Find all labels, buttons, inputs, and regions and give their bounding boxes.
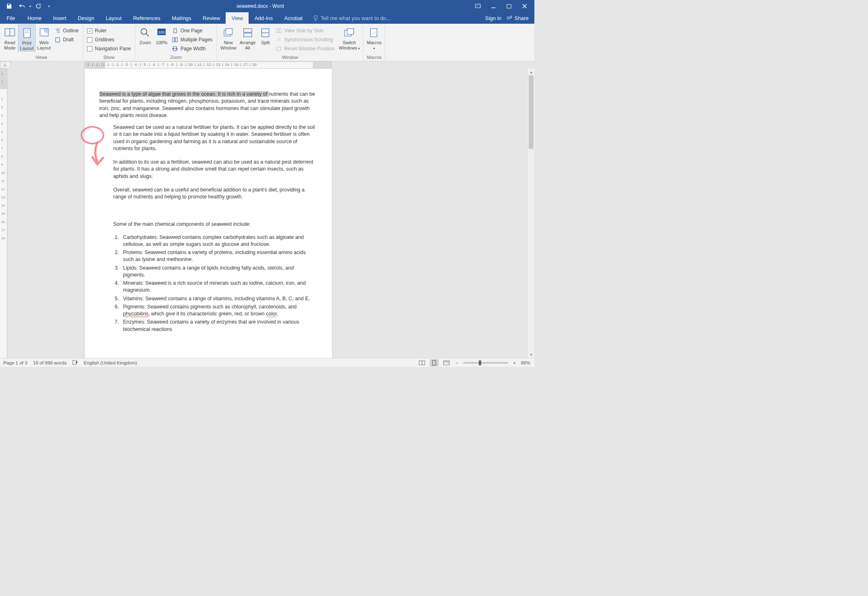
page-width-button[interactable]: Page Width [170, 44, 215, 53]
word-count[interactable]: 18 of 998 words [33, 360, 67, 365]
print-view-icon [431, 360, 437, 366]
svg-rect-20 [56, 38, 60, 42]
zoom-in-button[interactable]: + [511, 360, 518, 365]
one-page-button[interactable]: One Page [170, 26, 215, 35]
outline-button[interactable]: Outline [52, 26, 81, 35]
document-page[interactable]: Seaweed is a type of algae that grows in… [85, 69, 332, 358]
paragraph[interactable]: In addition to its use as a fertiliser, … [113, 159, 317, 180]
multiple-pages-button[interactable]: Multiple Pages [170, 35, 215, 44]
spell-check-button[interactable] [72, 360, 78, 366]
zoom-slider[interactable] [463, 362, 508, 364]
ribbon-display-options[interactable] [471, 1, 485, 11]
tab-mailings[interactable]: Mailings [166, 12, 197, 24]
svg-rect-40 [370, 29, 377, 37]
new-window-button[interactable]: New Window [219, 25, 238, 51]
reset-window-position-button[interactable]: Reset Window Position [274, 44, 337, 53]
undo-button[interactable] [16, 1, 28, 11]
tell-me-search[interactable]: Tell me what you want to do... [308, 12, 485, 24]
macros-group-label: Macros [365, 54, 383, 61]
ribbon-group-macros: Macros▾ Macros [363, 24, 385, 61]
tell-me-placeholder: Tell me what you want to do... [321, 15, 390, 21]
web-view-icon [443, 360, 450, 365]
sign-in-link[interactable]: Sign in [485, 15, 502, 21]
undo-dropdown[interactable]: ▾ [29, 4, 31, 8]
tab-insert[interactable]: Insert [47, 12, 72, 24]
print-layout-view-button[interactable] [430, 359, 439, 367]
view-side-by-side-button[interactable]: View Side by Side [274, 26, 337, 35]
gridlines-checkbox[interactable]: Gridlines [85, 35, 133, 44]
tab-review[interactable]: Review [197, 12, 226, 24]
tab-selector[interactable]: L [0, 61, 11, 69]
zoom-100-button[interactable]: 100 100% [153, 25, 170, 45]
tab-file[interactable]: File [0, 12, 22, 24]
web-layout-icon [38, 27, 50, 38]
share-label: Share [514, 15, 529, 21]
checkbox-checked-icon: ✓ [87, 28, 92, 34]
qat-customize[interactable]: ▾ [46, 4, 50, 8]
scroll-down-button[interactable]: ▾ [528, 351, 534, 358]
svg-text:100: 100 [159, 30, 165, 34]
numbered-list[interactable]: 1.Carbohydrates: Seaweed contains comple… [113, 234, 317, 333]
svg-rect-35 [276, 29, 278, 33]
navigation-pane-checkbox[interactable]: Navigation Pane [85, 44, 133, 53]
vertical-ruler[interactable]: 21 12 34 56 78 910 1112 1314 1516 1718 [0, 69, 7, 358]
zoom-button[interactable]: Zoom [137, 25, 153, 45]
read-mode-button[interactable]: Read Mode [2, 25, 18, 51]
chevron-down-icon: ▾ [358, 47, 360, 50]
tab-references[interactable]: References [128, 12, 166, 24]
horizontal-ruler[interactable]: · 2 · | · 1 · | | · 1 · | · 2 · | · 3 · … [85, 61, 332, 69]
paragraph[interactable]: Overall, seaweed can be a useful and ben… [113, 187, 317, 201]
synchronous-scrolling-button[interactable]: Synchronous Scrolling [274, 35, 337, 44]
tab-view[interactable]: View [226, 12, 249, 24]
ribbon-group-show: ✓Ruler Gridlines Navigation Pane Show [83, 24, 135, 61]
svg-rect-25 [174, 29, 177, 33]
scroll-track[interactable] [528, 75, 534, 351]
close-button[interactable] [517, 1, 532, 11]
page-indicator[interactable]: Page 1 of 3 [3, 360, 27, 365]
new-window-icon [223, 28, 233, 38]
paragraph[interactable]: Some of the main chemical components of … [113, 221, 317, 228]
zoom-level[interactable]: 66% [521, 360, 530, 365]
one-page-icon [172, 28, 178, 34]
zoom-slider-handle[interactable] [479, 360, 481, 365]
share-icon [506, 15, 513, 21]
switch-windows-button[interactable]: Switch Windows ▾ [337, 25, 362, 51]
tab-acrobat[interactable]: Acrobat [278, 12, 308, 24]
minimize-icon [491, 4, 496, 9]
lightbulb-icon [313, 15, 318, 21]
split-button[interactable]: Split [257, 25, 274, 45]
list-item: 1.Carbohydrates: Seaweed contains comple… [113, 234, 317, 248]
draft-button[interactable]: Draft [52, 35, 81, 44]
window-title: seaweed.docx - Word [50, 3, 471, 9]
tab-home[interactable]: Home [22, 12, 47, 24]
read-mode-view-button[interactable] [417, 359, 426, 367]
share-button[interactable]: Share [506, 15, 529, 21]
tab-design[interactable]: Design [72, 12, 100, 24]
redo-button[interactable] [33, 1, 44, 11]
zoom-icon [140, 27, 150, 38]
print-layout-button[interactable]: Print Layout [18, 25, 36, 52]
window-group-label: Window [219, 54, 361, 61]
ruler-checkbox[interactable]: ✓Ruler [85, 26, 133, 35]
tab-addins[interactable]: Add-Ins [249, 12, 278, 24]
ribbon-options-icon [475, 4, 481, 9]
redo-icon [36, 3, 41, 9]
web-layout-view-button[interactable] [442, 359, 451, 367]
restore-button[interactable] [502, 1, 516, 11]
paragraph[interactable]: Seaweed is a type of algae that grows in… [99, 91, 317, 119]
zoom-out-button[interactable]: − [454, 360, 460, 365]
web-layout-button[interactable]: Web Layout [36, 25, 52, 51]
checkbox-icon [87, 46, 92, 52]
macros-button[interactable]: Macros▾ [365, 25, 383, 51]
show-group-label: Show [85, 54, 133, 61]
vertical-scrollbar[interactable]: ▴ ▾ [528, 69, 534, 358]
minimize-button[interactable] [486, 1, 501, 11]
scroll-up-button[interactable]: ▴ [528, 69, 534, 75]
scroll-thumb[interactable] [529, 75, 534, 149]
paragraph[interactable]: Seaweed can be used as a natural fertili… [113, 124, 317, 152]
save-button[interactable] [3, 1, 15, 11]
tab-layout[interactable]: Layout [100, 12, 128, 24]
close-icon [522, 4, 527, 9]
language-indicator[interactable]: English (United Kingdom) [84, 360, 137, 365]
arrange-all-button[interactable]: Arrange All [238, 25, 257, 51]
